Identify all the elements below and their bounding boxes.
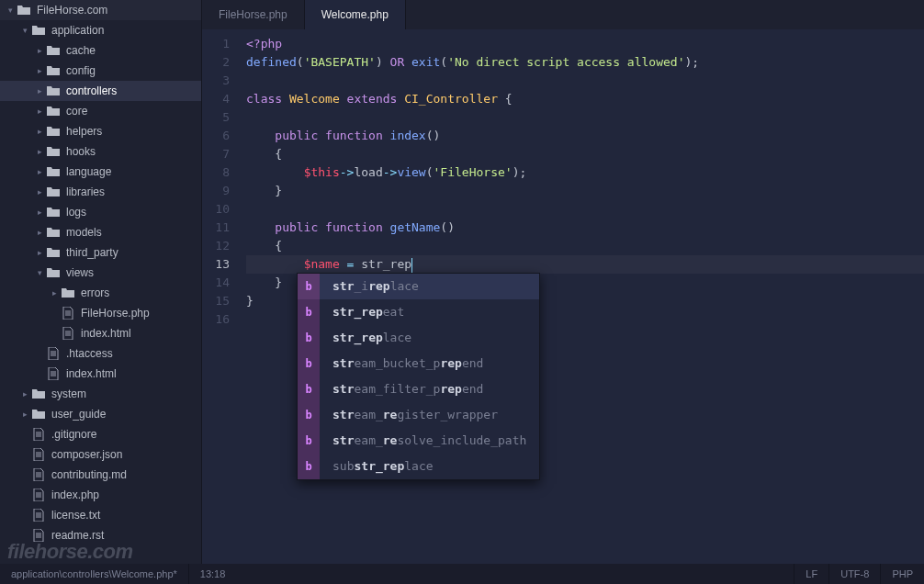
folder-icon bbox=[46, 84, 61, 98]
tree-folder-config[interactable]: ▸config bbox=[0, 61, 201, 81]
tree-file[interactable]: composer.json bbox=[0, 444, 201, 465]
file-icon bbox=[31, 488, 46, 502]
tree-folder-core[interactable]: ▸core bbox=[0, 101, 201, 121]
file-icon bbox=[31, 467, 46, 482]
autocomplete-text: stream_resolve_include_path bbox=[320, 432, 539, 450]
autocomplete-text: str_repeat bbox=[320, 303, 417, 321]
tree-file[interactable]: index.html bbox=[0, 364, 201, 384]
tree-label: hooks bbox=[66, 145, 96, 158]
file-explorer[interactable]: ▾ FileHorse.com ▾ application ▸cache▸con… bbox=[0, 0, 202, 564]
autocomplete-item[interactable]: bstream_register_wrapper bbox=[298, 402, 539, 428]
file-icon bbox=[61, 326, 75, 341]
tree-label: index.php bbox=[51, 489, 99, 501]
tab-welcome[interactable]: Welcome.php bbox=[305, 0, 406, 29]
tree-file[interactable]: FileHorse.php bbox=[0, 303, 201, 323]
status-eol[interactable]: LF bbox=[794, 564, 828, 584]
chevron-right-icon: ▸ bbox=[35, 147, 44, 156]
chevron-down-icon: ▾ bbox=[20, 26, 29, 35]
line-gutter: 12345678910111213141516 bbox=[202, 29, 239, 564]
tree-folder-application[interactable]: ▾ application bbox=[0, 20, 201, 40]
autocomplete-text: stream_register_wrapper bbox=[320, 406, 511, 424]
autocomplete-text: stream_bucket_prepend bbox=[320, 354, 496, 373]
tree-label: composer.json bbox=[51, 448, 122, 461]
tree-label: contributing.md bbox=[51, 468, 127, 481]
folder-icon bbox=[46, 185, 61, 199]
folder-icon bbox=[31, 23, 46, 38]
chevron-right-icon: ▸ bbox=[35, 167, 44, 176]
chevron-right-icon: ▸ bbox=[35, 86, 44, 95]
tree-folder-logs[interactable]: ▸logs bbox=[0, 202, 201, 222]
autocomplete-badge: b bbox=[298, 274, 320, 299]
tree-file[interactable]: index.php bbox=[0, 485, 201, 505]
folder-icon bbox=[46, 124, 61, 139]
tree-label: errors bbox=[81, 286, 109, 299]
tree-root[interactable]: ▾ FileHorse.com bbox=[0, 0, 201, 20]
tree-folder-user_guide[interactable]: ▸user_guide bbox=[0, 404, 201, 424]
tree-file[interactable]: .htaccess bbox=[0, 343, 201, 364]
chevron-right-icon: ▸ bbox=[35, 248, 44, 257]
tree-folder-libraries[interactable]: ▸libraries bbox=[0, 182, 201, 202]
tree-label: models bbox=[66, 226, 102, 239]
autocomplete-badge: b bbox=[298, 428, 320, 454]
status-encoding[interactable]: UTF-8 bbox=[828, 564, 880, 584]
status-position[interactable]: 13:18 bbox=[188, 564, 237, 584]
autocomplete-item[interactable]: bstr_replace bbox=[298, 325, 539, 351]
autocomplete-item[interactable]: bstr_repeat bbox=[298, 299, 539, 325]
tree-file[interactable]: .gitignore bbox=[0, 424, 201, 444]
tree-label: license.txt bbox=[51, 509, 100, 522]
status-path[interactable]: application\controllers\Welcome.php* bbox=[0, 564, 188, 584]
editor-area: FileHorse.php Welcome.php 12345678910111… bbox=[202, 0, 924, 564]
tree-folder-cache[interactable]: ▸cache bbox=[0, 40, 201, 61]
file-icon bbox=[46, 346, 61, 361]
tree-folder-models[interactable]: ▸models bbox=[0, 222, 201, 242]
autocomplete-text: stream_filter_prepend bbox=[320, 380, 496, 399]
tree-folder-views[interactable]: ▾ views bbox=[0, 263, 201, 283]
folder-icon bbox=[46, 205, 61, 219]
chevron-right-icon: ▸ bbox=[35, 46, 44, 55]
tree-file[interactable]: contributing.md bbox=[0, 465, 201, 485]
autocomplete-text: str_replace bbox=[320, 329, 424, 347]
chevron-right-icon: ▸ bbox=[35, 127, 44, 136]
folder-icon bbox=[61, 286, 75, 300]
tab-filehorse[interactable]: FileHorse.php bbox=[202, 0, 305, 29]
tree-folder-third_party[interactable]: ▸third_party bbox=[0, 242, 201, 263]
chevron-right-icon: ▸ bbox=[35, 107, 44, 116]
autocomplete-badge: b bbox=[298, 376, 320, 402]
chevron-right-icon: ▸ bbox=[35, 228, 44, 237]
tree-label: libraries bbox=[66, 185, 105, 198]
autocomplete-item[interactable]: bstream_filter_prepend bbox=[298, 376, 539, 402]
folder-icon bbox=[46, 63, 61, 78]
folder-icon bbox=[31, 407, 46, 421]
chevron-right-icon: ▸ bbox=[20, 410, 29, 419]
tree-file[interactable]: readme.rst bbox=[0, 525, 201, 545]
folder-icon bbox=[46, 265, 61, 280]
tree-folder-language[interactable]: ▸language bbox=[0, 162, 201, 182]
tree-label: user_guide bbox=[51, 408, 106, 421]
autocomplete-item[interactable]: bstream_resolve_include_path bbox=[298, 428, 539, 454]
status-language[interactable]: PHP bbox=[880, 564, 924, 584]
tree-folder-hooks[interactable]: ▸hooks bbox=[0, 141, 201, 162]
tree-label: system bbox=[51, 387, 86, 400]
folder-icon bbox=[31, 387, 46, 401]
tree-label: .htaccess bbox=[66, 347, 113, 360]
autocomplete-badge: b bbox=[298, 351, 320, 376]
tree-label: language bbox=[66, 165, 111, 178]
tree-file[interactable]: license.txt bbox=[0, 505, 201, 525]
folder-icon bbox=[46, 104, 61, 118]
file-icon bbox=[31, 427, 46, 442]
tab-label: FileHorse.php bbox=[219, 8, 287, 21]
tree-folder-system[interactable]: ▸system bbox=[0, 384, 201, 404]
autocomplete-item[interactable]: bstr_ireplace bbox=[298, 274, 539, 299]
autocomplete-item[interactable]: bstream_bucket_prepend bbox=[298, 351, 539, 376]
autocomplete-popup[interactable]: bstr_ireplacebstr_repeatbstr_replacebstr… bbox=[297, 273, 540, 480]
tree-file[interactable]: index.html bbox=[0, 323, 201, 343]
statusbar: application\controllers\Welcome.php* 13:… bbox=[0, 564, 924, 584]
autocomplete-item[interactable]: bsubstr_replace bbox=[298, 454, 539, 479]
tree-folder-controllers[interactable]: ▸controllers bbox=[0, 81, 201, 101]
folder-icon bbox=[46, 144, 61, 159]
chevron-down-icon: ▾ bbox=[6, 6, 15, 15]
code-editor[interactable]: 12345678910111213141516 <?phpdefined('BA… bbox=[202, 29, 924, 564]
tree-label: helpers bbox=[66, 125, 102, 138]
tree-folder-helpers[interactable]: ▸helpers bbox=[0, 121, 201, 141]
tree-folder-errors[interactable]: ▸ errors bbox=[0, 283, 201, 303]
